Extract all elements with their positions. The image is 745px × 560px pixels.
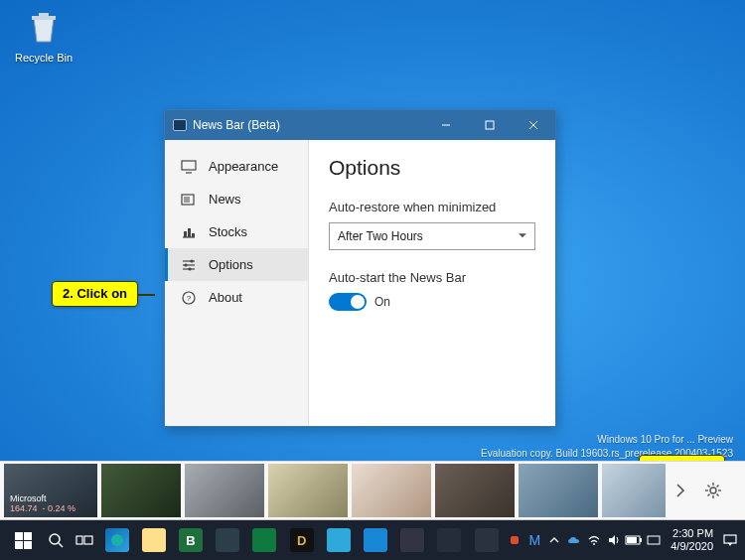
news-tile[interactable] bbox=[352, 464, 431, 517]
svg-rect-2 bbox=[486, 121, 494, 129]
clock-time: 2:30 PM bbox=[670, 527, 713, 540]
app-tray-icon: M bbox=[528, 532, 540, 548]
svg-point-41 bbox=[593, 543, 595, 545]
taskbar-app-explorer[interactable] bbox=[136, 520, 171, 560]
wifi-icon bbox=[587, 533, 601, 547]
folder-icon bbox=[142, 528, 166, 552]
action-center-button[interactable] bbox=[721, 520, 739, 560]
tray-battery[interactable] bbox=[625, 520, 643, 560]
tray-chevron[interactable] bbox=[545, 520, 563, 560]
taskbar-app-edge[interactable] bbox=[99, 520, 134, 560]
toggle-state: On bbox=[374, 295, 390, 309]
svg-rect-5 bbox=[182, 161, 196, 170]
tray-network[interactable] bbox=[585, 520, 603, 560]
autorestore-label: Auto-restore when minimized bbox=[329, 200, 535, 214]
battery-icon bbox=[625, 535, 643, 545]
speaker-icon bbox=[607, 533, 621, 547]
stock-tile[interactable]: Microsoft 164.74 - 0.24 % bbox=[4, 464, 97, 517]
app-icon bbox=[364, 528, 387, 552]
page-heading: Options bbox=[329, 156, 535, 180]
svg-rect-12 bbox=[184, 231, 187, 237]
dropdown-value: After Two Hours bbox=[338, 229, 423, 243]
news-tile[interactable] bbox=[435, 464, 515, 517]
sidebar-item-news[interactable]: News bbox=[165, 183, 308, 215]
taskbar-app[interactable] bbox=[211, 520, 245, 560]
svg-rect-46 bbox=[724, 535, 736, 543]
autostart-toggle[interactable] bbox=[329, 293, 367, 311]
taskbar-app[interactable] bbox=[395, 520, 430, 560]
sidebar-item-options[interactable]: Options bbox=[165, 248, 308, 281]
taskbar-app[interactable]: D bbox=[284, 520, 319, 560]
tray-onedrive[interactable] bbox=[565, 520, 583, 560]
svg-point-18 bbox=[184, 263, 187, 266]
maximize-button[interactable] bbox=[468, 110, 512, 140]
recycle-bin-label: Recycle Bin bbox=[15, 52, 73, 64]
minimize-button[interactable] bbox=[424, 110, 468, 140]
taskbar-app[interactable]: B bbox=[173, 520, 208, 560]
news-tile[interactable] bbox=[519, 464, 598, 517]
svg-point-16 bbox=[190, 259, 193, 262]
clock-date: 4/9/2020 bbox=[670, 540, 713, 553]
tray-icon[interactable] bbox=[506, 520, 523, 560]
taskbar-app[interactable] bbox=[469, 520, 504, 560]
svg-line-30 bbox=[717, 486, 719, 488]
sidebar-item-label: Options bbox=[209, 257, 253, 272]
sidebar-item-appearance[interactable]: Appearance bbox=[165, 150, 308, 183]
search-icon bbox=[48, 532, 64, 548]
taskbar-app[interactable] bbox=[432, 520, 467, 560]
news-tile[interactable] bbox=[101, 464, 181, 517]
taskbar-app[interactable] bbox=[358, 520, 392, 560]
svg-text:?: ? bbox=[187, 294, 192, 303]
tray-icon[interactable]: M bbox=[525, 520, 543, 560]
taskbar-app[interactable] bbox=[321, 520, 356, 560]
app-icon bbox=[252, 528, 276, 552]
close-button[interactable] bbox=[512, 110, 555, 140]
start-button[interactable] bbox=[6, 520, 41, 560]
content-panel: Options Auto-restore when minimized Afte… bbox=[309, 140, 555, 426]
svg-point-23 bbox=[710, 488, 716, 493]
app-icon bbox=[327, 528, 351, 552]
taskbar-app[interactable] bbox=[247, 520, 282, 560]
stock-name: Microsoft bbox=[10, 493, 91, 503]
callout-2: 2. Click on bbox=[52, 281, 138, 307]
sidebar-item-label: Stocks bbox=[209, 224, 247, 239]
app-tray-icon bbox=[511, 536, 519, 544]
task-view-button[interactable] bbox=[72, 520, 97, 560]
app-icon bbox=[216, 528, 239, 552]
sidebar-item-stocks[interactable]: Stocks bbox=[165, 215, 308, 248]
gear-icon bbox=[704, 482, 722, 499]
svg-line-37 bbox=[59, 543, 63, 547]
svg-rect-35 bbox=[24, 541, 32, 549]
taskbar: B D M 2:30 PM 4/9/2020 bbox=[0, 520, 745, 560]
tray-volume[interactable] bbox=[605, 520, 623, 560]
news-next-button[interactable] bbox=[670, 464, 691, 517]
svg-rect-39 bbox=[84, 536, 92, 544]
news-tile[interactable] bbox=[268, 464, 348, 517]
svg-rect-43 bbox=[640, 538, 642, 542]
desktop-icon-recycle-bin[interactable]: Recycle Bin bbox=[14, 8, 74, 66]
stock-value: 164.74 - 0.24 % bbox=[10, 503, 91, 513]
svg-rect-13 bbox=[188, 228, 191, 237]
svg-line-31 bbox=[708, 494, 710, 496]
svg-rect-34 bbox=[15, 541, 23, 549]
news-tile[interactable] bbox=[602, 464, 666, 517]
sidebar-item-label: Appearance bbox=[209, 159, 278, 174]
svg-rect-38 bbox=[76, 536, 82, 544]
edge-icon bbox=[109, 532, 125, 548]
news-icon bbox=[181, 193, 197, 207]
monitor-icon bbox=[181, 160, 197, 174]
tray-language[interactable] bbox=[645, 520, 663, 560]
news-tile[interactable] bbox=[185, 464, 264, 517]
chevron-up-icon bbox=[549, 536, 559, 544]
about-icon: ? bbox=[181, 291, 197, 305]
autorestore-dropdown[interactable]: After Two Hours bbox=[329, 222, 535, 250]
search-button[interactable] bbox=[43, 520, 69, 560]
news-bar-settings-button[interactable] bbox=[701, 479, 725, 502]
autostart-label: Auto-start the News Bar bbox=[329, 270, 535, 285]
svg-line-28 bbox=[708, 486, 710, 488]
taskbar-clock[interactable]: 2:30 PM 4/9/2020 bbox=[665, 527, 719, 552]
cloud-icon bbox=[566, 534, 582, 546]
sidebar-item-about[interactable]: ? About bbox=[165, 281, 308, 314]
sidebar-item-label: About bbox=[209, 290, 242, 305]
window-titlebar[interactable]: News Bar (Beta) bbox=[165, 110, 555, 140]
